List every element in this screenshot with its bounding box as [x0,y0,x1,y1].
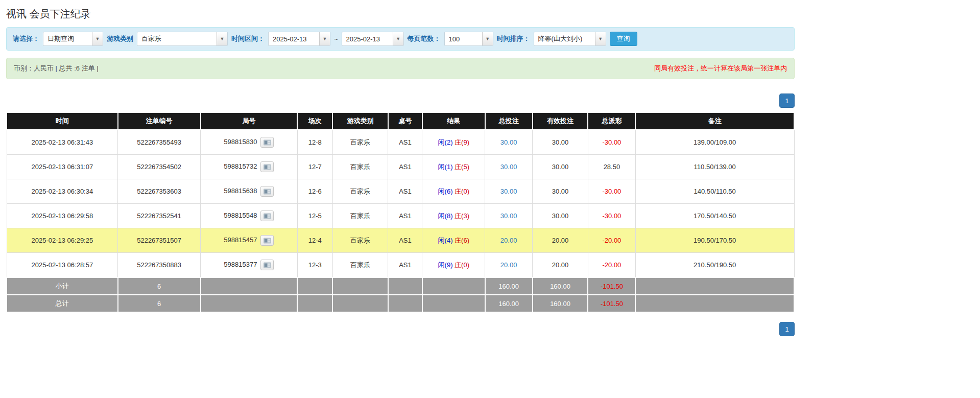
cell-remark: 110.50/139.00 [635,155,794,179]
cell-session: 12-7 [297,155,332,179]
chevron-down-icon[interactable]: ▼ [482,32,493,45]
cell-table-no: AS1 [388,204,422,228]
time-sort-select[interactable]: 降幂(由大到小) ▼ [534,32,606,46]
cell-table-no: AS1 [388,179,422,204]
total-bet-link[interactable]: 30.00 [500,188,517,195]
total-bet-link[interactable]: 30.00 [500,212,517,220]
pagination-top: 1 [6,93,795,108]
round-replay-button[interactable] [260,186,274,197]
cell-round-id: 598815548 [201,204,298,228]
column-header: 局号 [201,112,298,130]
cell-time: 2025-02-13 06:31:07 [7,155,118,179]
total-bet-link[interactable]: 20.00 [500,261,517,269]
cell-table-no: AS1 [388,130,422,155]
bet-records-table: 时间注单编号局号场次游戏类别桌号结果总投注有效投注总派彩备注 2025-02-1… [6,112,795,313]
result-player: 闲(2) [438,138,453,146]
film-icon [264,139,271,146]
result-banker: 庄(0) [455,188,469,195]
table-row: 2025-02-13 06:31:07522267354502598815732… [7,155,794,179]
chevron-down-icon[interactable]: ▼ [595,32,606,45]
cell-payout: -20.00 [588,228,635,253]
cell-session: 12-3 [297,253,332,278]
cell-time: 2025-02-13 06:30:34 [7,179,118,204]
round-replay-button[interactable] [260,260,274,270]
film-icon [264,213,271,219]
page-1-button[interactable]: 1 [779,322,795,336]
result-player: 闲(6) [438,188,453,195]
cell-payout: -20.00 [588,253,635,278]
page-size-select[interactable]: 100 ▼ [444,32,493,46]
cell-bet-id: 522267350883 [118,253,201,278]
page-size-value: 100 [445,32,482,45]
chevron-down-icon[interactable]: ▼ [92,32,103,45]
cell-total-bet: 20.00 [485,253,533,278]
round-replay-button[interactable] [260,210,274,221]
date-to-select[interactable]: 2025-02-13 ▼ [342,32,404,46]
cell-valid-bet: 30.00 [533,179,588,204]
summary-row: 小计6160.00160.00-101.50 [7,277,794,295]
total-bet-link[interactable]: 30.00 [500,163,517,171]
cell-remark: 139.00/109.00 [635,130,794,155]
result-player: 闲(9) [438,261,453,269]
table-row: 2025-02-13 06:29:58522267352541598815548… [7,204,794,228]
result-player: 闲(8) [438,212,453,220]
total-bet-link[interactable]: 20.00 [500,237,517,244]
film-icon [264,262,271,268]
date-from-select[interactable]: 2025-02-13 ▼ [268,32,330,46]
summary-payout: -101.50 [588,295,635,312]
cell-round-id: 598815732 [201,155,298,179]
time-range-label: 时间区间： [231,34,265,43]
film-icon [264,238,271,244]
bet-table-foot: 小计6160.00160.00-101.50总计6160.00160.00-10… [7,277,794,312]
cell-payout: 28.50 [588,155,635,179]
column-header: 结果 [422,112,485,130]
game-type-value: 百家乐 [137,32,217,45]
summary-payout: -101.50 [588,277,635,295]
page-title: 视讯 会员下注纪录 [6,0,795,27]
round-replay-button[interactable] [260,137,274,148]
round-replay-button[interactable] [260,161,274,172]
cell-remark: 140.50/110.50 [635,179,794,204]
range-separator: ~ [334,35,338,43]
chevron-down-icon[interactable]: ▼ [319,32,330,45]
summary-label: 小计 [7,277,118,295]
query-type-value: 日期查询 [43,32,92,45]
game-type-label: 游戏类别 [107,34,133,43]
cell-table-no: AS1 [388,228,422,253]
cell-valid-bet: 20.00 [533,228,588,253]
summary-label: 总计 [7,295,118,312]
table-row: 2025-02-13 06:31:43522267355493598815830… [7,130,794,155]
query-type-select[interactable]: 日期查询 ▼ [43,32,103,46]
cell-total-bet: 30.00 [485,179,533,204]
search-button[interactable]: 查询 [610,32,637,46]
cell-session: 12-4 [297,228,332,253]
cell-valid-bet: 30.00 [533,204,588,228]
column-header: 场次 [297,112,332,130]
game-type-select[interactable]: 百家乐 ▼ [137,32,228,46]
cell-payout: -30.00 [588,179,635,204]
cell-total-bet: 30.00 [485,130,533,155]
film-icon [264,164,271,170]
result-banker: 庄(5) [455,163,469,171]
summary-total-bet: 160.00 [485,277,533,295]
select-type-label: 请选择： [13,34,39,43]
cell-time: 2025-02-13 06:28:57 [7,253,118,278]
cell-result: 闲(2) 庄(9) [422,130,485,155]
cell-valid-bet: 20.00 [533,253,588,278]
column-header: 游戏类别 [332,112,388,130]
cell-game-type: 百家乐 [332,228,388,253]
cell-result: 闲(9) 庄(0) [422,253,485,278]
total-bet-link[interactable]: 30.00 [500,138,517,146]
result-banker: 庄(0) [455,261,469,269]
round-replay-button[interactable] [260,235,274,246]
cell-round-id: 598815457 [201,228,298,253]
cell-total-bet: 20.00 [485,228,533,253]
cell-valid-bet: 30.00 [533,155,588,179]
chevron-down-icon[interactable]: ▼ [217,32,227,45]
page-1-button[interactable]: 1 [779,93,795,108]
page-size-label: 每页笔数： [408,34,441,43]
summary-count: 6 [118,277,201,295]
chevron-down-icon[interactable]: ▼ [393,32,403,45]
summary-valid-bet: 160.00 [533,295,588,312]
cell-game-type: 百家乐 [332,204,388,228]
